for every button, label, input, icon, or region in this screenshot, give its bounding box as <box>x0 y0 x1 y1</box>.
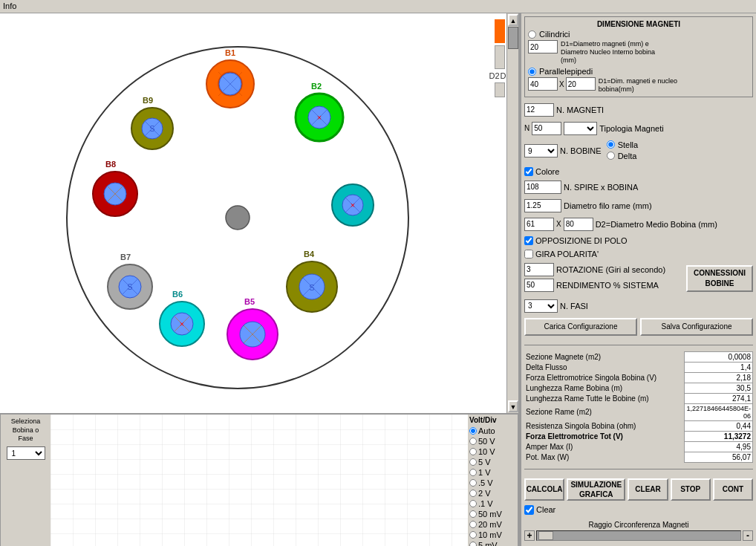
rendimento-row: RENDIMENTO % SISTEMA <box>524 279 683 292</box>
clear-checkbox-row: Clear <box>524 505 753 515</box>
diam-filo-label: Diametro filo rame (mm) <box>564 201 652 210</box>
vertical-scrollbar[interactable]: ▲ ▼ <box>506 13 518 413</box>
forza-singola-val: 2,18 <box>685 372 753 383</box>
raggio-plus-btn[interactable]: - <box>743 530 753 541</box>
tipologia-n-input[interactable] <box>532 122 561 135</box>
waveform-area: Seleziona Bobina o Fase 1 <box>0 415 520 546</box>
colore-label: Colore <box>535 167 559 176</box>
scroll-thumb[interactable] <box>508 27 518 49</box>
parallelepipedi-radio[interactable] <box>528 68 536 76</box>
voltdiv-auto[interactable] <box>469 427 477 435</box>
tipologia-row: N Tipologia Magneti <box>524 122 753 135</box>
waveform-svg <box>50 415 468 546</box>
pot-max-val: 56,07 <box>685 452 753 462</box>
carica-conf-btn[interactable]: Carica Configurazione <box>524 318 637 336</box>
rotazione-input[interactable] <box>524 263 554 276</box>
raggio-thumb[interactable] <box>538 531 553 540</box>
selector-label: Seleziona Bobina o Fase <box>11 417 41 443</box>
lunghezza-bobina-val: 30,5 <box>685 383 753 393</box>
lunghezza-tutte-val: 274,1 <box>685 393 753 403</box>
opposizione-checkbox[interactable] <box>524 236 533 245</box>
stella-label: Stella <box>618 140 639 149</box>
d1-par-desc: D1=Dim. magneti e nucleo bobina(mm) <box>599 77 688 94</box>
rendimento-input[interactable] <box>524 279 554 292</box>
n-fasi-select[interactable]: 3 <box>524 299 558 313</box>
tipologia-select[interactable] <box>564 122 597 135</box>
lunghezza-tutte-label: Lunghezza Rame Tutte le Bobine (m) <box>524 393 685 403</box>
calcola-btn[interactable]: CALCOLA <box>524 478 564 501</box>
voltdiv-0.5v[interactable] <box>469 479 477 487</box>
lunghezza-bobina-row: Lunghezza Rame Bobina (m) 30,5 <box>524 383 753 393</box>
diam-filo-row: Diametro filo rame (mm) <box>524 199 753 212</box>
svg-text:×: × <box>351 201 355 209</box>
pot-max-row: Pot. Max (W) 56,07 <box>524 452 753 462</box>
bobina-fase-select[interactable]: 1 <box>7 446 45 460</box>
n-fasi-label: N. FASI <box>560 302 588 311</box>
scroll-up-btn[interactable]: ▲ <box>508 14 518 26</box>
connessioni-bobine-btn[interactable]: CONNESSIONI BOBINE <box>686 265 753 292</box>
sezione-rame-val: 1,22718466445804E-06 <box>685 403 753 420</box>
stella-radio[interactable] <box>607 140 615 149</box>
n-spire-row: N. SPIRE x BOBINA <box>524 181 753 194</box>
title-label: Info <box>3 1 16 10</box>
raggio-track[interactable] <box>536 530 741 541</box>
simulazione-grafica-btn[interactable]: SIMULAZIONE GRAFICA <box>567 478 625 501</box>
voltdiv-5mv[interactable] <box>469 542 477 546</box>
stop-btn[interactable]: STOP <box>671 478 711 501</box>
n-fasi-row: 3 N. FASI <box>524 299 753 313</box>
motor-diagram: B1 B2 × <box>0 13 508 415</box>
d2-par-input[interactable] <box>566 77 596 91</box>
n-magneti-input[interactable] <box>524 103 554 117</box>
rendimento-label: RENDIMENTO % SISTEMA <box>556 281 659 290</box>
cilindrici-radio[interactable] <box>528 30 536 39</box>
svg-text:B6: B6 <box>172 290 183 299</box>
separator1 <box>524 345 753 345</box>
n-bobine-select[interactable]: 9 <box>524 144 558 157</box>
pot-max-label: Pot. Max (W) <box>524 452 685 462</box>
delta-flusso-val: 1,4 <box>685 362 753 372</box>
voltdiv-1v[interactable] <box>469 469 477 476</box>
dimensione-magneti-title: DIMENSIONE MAGNETI <box>528 20 749 28</box>
n-spire-input[interactable] <box>524 181 561 194</box>
raggio-scrollbar[interactable]: + - <box>524 530 753 541</box>
gira-polarita-row: GIRA POLARITA' <box>524 250 753 259</box>
d2-val-input[interactable] <box>524 218 554 231</box>
scroll-down-btn[interactable]: ▼ <box>508 400 518 412</box>
clear-checkbox[interactable] <box>524 505 534 515</box>
svg-text:B2: B2 <box>311 82 322 91</box>
n-bobine-row: 9 N. BOBINE Stella Delta <box>524 140 753 162</box>
delta-radio[interactable] <box>607 152 615 160</box>
voltdiv-10v[interactable] <box>469 448 477 455</box>
clear-btn[interactable]: CLEAR <box>628 478 668 501</box>
d2-x-input[interactable] <box>564 218 593 231</box>
sezione-rame-label: Sezione Rame (m2) <box>524 403 685 420</box>
colore-checkbox[interactable] <box>524 167 533 176</box>
voltdiv-20mv[interactable] <box>469 521 477 528</box>
voltdiv-5v[interactable] <box>469 458 477 466</box>
d1-cil-input[interactable] <box>528 40 558 53</box>
svg-text:B5: B5 <box>244 297 255 306</box>
voltdiv-50mv[interactable] <box>469 510 477 518</box>
d1-par-input[interactable] <box>528 77 558 91</box>
voltdiv-50v[interactable] <box>469 438 477 445</box>
voltdiv-0.1v[interactable] <box>469 500 477 507</box>
voltdiv-10mv[interactable] <box>469 531 477 539</box>
svg-text:B1: B1 <box>225 48 235 57</box>
delta-flusso-row: Delta Flusso 1,4 <box>524 362 753 372</box>
voltdiv-2v[interactable] <box>469 490 477 497</box>
diam-filo-input[interactable] <box>524 199 561 212</box>
cont-btn[interactable]: CONT <box>713 478 753 501</box>
svg-text:S: S <box>149 124 154 133</box>
svg-text:B9: B9 <box>143 96 153 105</box>
salva-conf-btn[interactable]: Salva Configurazione <box>640 318 753 336</box>
cilindrici-label: Cilindrici <box>539 30 570 39</box>
colore-row: Colore <box>524 167 753 176</box>
svg-text:B8: B8 <box>105 160 116 169</box>
delta-label: Delta <box>618 152 637 160</box>
raggio-minus-btn[interactable]: + <box>524 530 535 541</box>
raggio-label: Raggio Circonferenza Magneti <box>524 521 753 529</box>
svg-point-1 <box>226 206 250 230</box>
gira-polarita-checkbox[interactable] <box>524 250 533 259</box>
d2-bobina-label: D2=Diametro Medio Bobina (mm) <box>596 220 717 229</box>
svg-rect-57 <box>50 415 468 546</box>
